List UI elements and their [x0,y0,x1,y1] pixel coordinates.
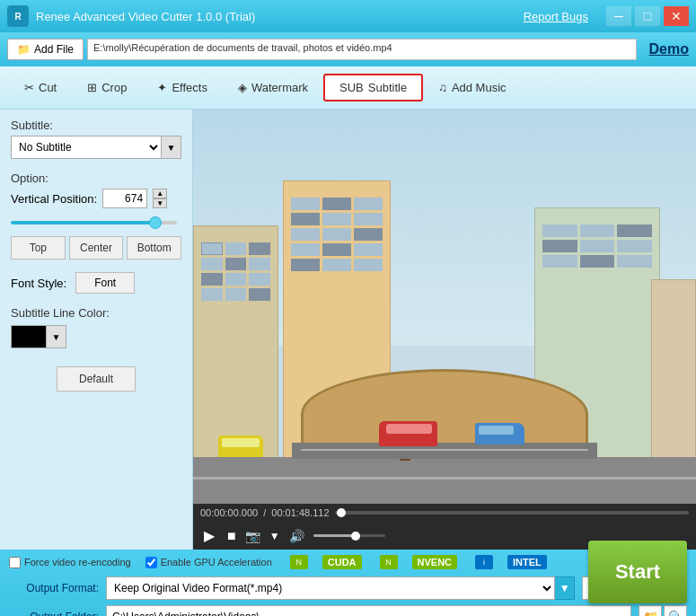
close-button[interactable]: ✕ [664,6,689,26]
font-style-row: Font Style: Font [11,272,181,294]
output-format-row: Output Format: Keep Original Video Forma… [9,576,687,600]
car-2 [379,421,437,446]
force-reencode-option: Force video re-encoding [9,557,131,568]
color-swatch[interactable] [11,325,47,348]
volume-slider[interactable] [313,534,385,537]
watermark-label: Watermark [251,81,308,94]
gpu-accel-checkbox[interactable] [145,557,157,568]
gpu-options-row: Force video re-encoding Enable GPU Accel… [9,555,687,569]
vertical-position-row: Vertical Position: ▲ ▼ [11,189,181,208]
time-separator: / [263,507,266,518]
car-3 [218,436,263,457]
output-folder-path: C:\Users\Administrator\Videos\ [106,605,631,616]
start-button[interactable]: Start [588,541,687,603]
force-reencode-checkbox[interactable] [9,557,21,568]
video-time-bar: 00:00:00.000 / 00:01:48.112 [193,504,696,522]
option-label: Option: [11,172,181,185]
subtitle-line-color-label: Subtitle Line Color: [11,306,181,320]
volume-icon: 🔊 [289,529,304,543]
tab-add-music[interactable]: ♫ Add Music [423,75,521,101]
font-button[interactable]: Font [75,272,135,294]
position-slider[interactable] [11,221,177,224]
nvenc-badge: NVENC [412,555,458,569]
time-thumb [337,508,346,517]
bottom-button[interactable]: Bottom [127,236,181,260]
current-time: 00:00:00.000 [200,507,258,518]
crop-label: Crop [101,81,127,94]
subtitle-dropdown-button[interactable]: ▼ [162,136,181,159]
color-section: Subtitle Line Color: ▼ [11,306,181,348]
force-reencode-label: Force video re-encoding [24,557,131,568]
stop-button[interactable]: ■ [224,528,240,544]
crop-icon: ⊞ [87,81,97,94]
top-button[interactable]: Top [11,236,66,260]
format-select-wrap: Keep Original Video Format(*.mp4) ▼ [106,576,575,600]
center-button[interactable]: Center [69,236,124,260]
building-1 [193,225,278,459]
total-time: 00:01:48.112 [271,507,329,518]
subtitle-label: Subtitle [368,81,407,94]
tab-watermark[interactable]: ◈ Watermark [223,75,323,101]
restore-button[interactable]: □ [635,6,660,26]
font-style-label: Font Style: [11,277,66,290]
tab-effects[interactable]: ✦ Effects [142,75,223,101]
effects-label: Effects [172,81,207,94]
scene [193,110,696,504]
ground-road [193,457,696,504]
subtitle-section: Subtitle: No Subtitle ▼ [11,119,181,159]
nvenc-nvidia-icon: N [380,555,398,569]
subtitle-label: Subtitle: [11,119,181,132]
effects-icon: ✦ [157,81,167,94]
format-select-dropdown-button[interactable]: ▼ [555,576,575,600]
left-panel: Subtitle: No Subtitle ▼ Option: Vertical… [0,110,193,550]
browse-folder-button[interactable]: 📁 [639,605,662,616]
bridge-road [292,443,597,459]
vertical-position-input[interactable] [102,189,147,208]
output-format-select[interactable]: Keep Original Video Format(*.mp4) [106,576,555,600]
add-file-icon: 📁 [17,43,31,56]
title-bar: R Renee Advanced Video Cutter 1.0.0 (Tri… [0,0,696,32]
vertical-position-spinner: ▲ ▼ [153,189,167,208]
snapshot-button[interactable]: 📷 [245,529,260,543]
spinner-down-button[interactable]: ▼ [153,198,167,208]
minimize-button[interactable]: ─ [606,6,631,26]
tab-crop[interactable]: ⊞ Crop [72,75,142,101]
video-frame [193,110,696,504]
cut-icon: ✂ [24,81,34,94]
tab-cut[interactable]: ✂ Cut [9,75,72,101]
snapshot-dropdown-button[interactable]: ▼ [266,530,284,542]
nvidia-icon: N [290,555,308,569]
spinner-up-button[interactable]: ▲ [153,189,167,198]
gpu-accel-label: Enable GPU Acceleration [161,557,272,568]
intel-icon: i [475,555,493,569]
tab-subtitle[interactable]: SUB Subtitle [323,74,423,101]
search-folder-button[interactable]: 🔍 [664,605,687,616]
video-panel: 00:00:00.000 / 00:01:48.112 ▶ ■ 📷 ▼ 🔊 [193,110,696,550]
window-controls: ─ □ ✕ [606,6,689,26]
app-title: Renee Advanced Video Cutter 1.0.0 (Trial… [36,10,524,23]
default-button[interactable]: Default [57,366,136,392]
output-folder-label: Output Folder: [9,611,99,616]
report-bugs-link[interactable]: Report Bugs [524,10,588,23]
output-folder-row: Output Folder: C:\Users\Administrator\Vi… [9,605,687,616]
add-file-button[interactable]: 📁 Add File [7,39,84,60]
subtitle-select[interactable]: No Subtitle [11,136,162,159]
option-section: Option: Vertical Position: ▲ ▼ Top Cente… [11,172,181,260]
time-progress-bar[interactable] [335,511,689,515]
cuda-badge: CUDA [322,555,362,569]
car-1 [475,423,524,444]
color-dropdown-button[interactable]: ▼ [47,325,66,348]
cut-label: Cut [39,81,57,94]
demo-link[interactable]: Demo [649,41,689,57]
intel-badge: INTEL [507,555,547,569]
subtitle-select-row: No Subtitle ▼ [11,136,181,159]
folder-icons: 📁 🔍 [639,605,687,616]
main-content: Subtitle: No Subtitle ▼ Option: Vertical… [0,110,696,550]
subtitle-icon: SUB [339,81,364,94]
play-button[interactable]: ▶ [200,527,218,544]
vertical-position-label: Vertical Position: [11,192,97,206]
gpu-accel-option: Enable GPU Acceleration [145,557,272,568]
add-music-icon: ♫ [438,81,447,94]
building-4 [651,279,696,459]
bottom-content: Force video re-encoding Enable GPU Accel… [9,555,687,616]
